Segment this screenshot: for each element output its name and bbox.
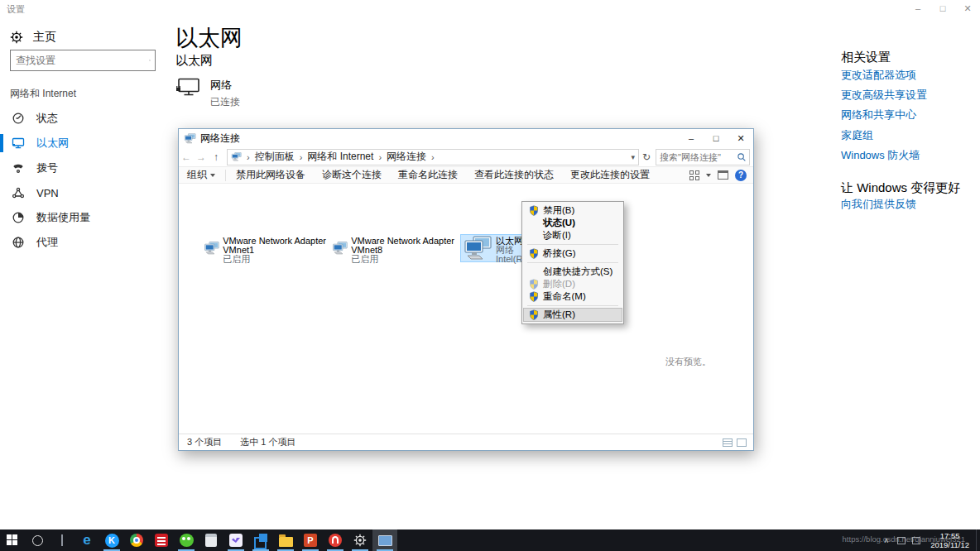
up-icon[interactable]: ↑ [209,151,223,163]
menu-label: 属性(R) [543,309,575,321]
taskbar-settings[interactable] [348,529,372,551]
nav-label: VPN [36,187,59,199]
back-icon[interactable]: ← [179,151,194,163]
crumb-separator: › [431,152,435,162]
link-change-adapter-options[interactable]: 更改适配器选项 [841,68,916,83]
change-settings-button[interactable]: 更改此连接的设置 [562,168,658,182]
taskbar-active-window[interactable] [372,529,397,551]
taskbar-edge[interactable]: e [74,529,99,551]
adapter-tile-vmnet1[interactable]: VMware Network Adapter VMnet1 已启用 [202,235,328,263]
show-desktop-button[interactable] [976,529,980,551]
clock-time: 17:55 [930,531,969,540]
refresh-icon[interactable]: ↻ [639,151,654,163]
breadcrumb-network-connections[interactable]: 网络连接 [387,150,426,164]
address-dropdown-icon[interactable]: ▾ [631,153,638,161]
taskbar-file-explorer[interactable] [273,529,298,551]
dialup-icon [12,161,25,175]
hidden-icons-chevron[interactable]: ∧ [879,536,895,544]
sidebar-item-proxy[interactable]: 代理 [0,230,166,255]
start-button[interactable] [0,529,25,551]
tray-icon[interactable] [912,537,920,544]
explorer-search-box[interactable] [656,149,750,165]
diagnose-connection-button[interactable]: 诊断这个连接 [314,168,390,182]
page-title: 以太网 [175,23,243,53]
taskbar-clock[interactable]: 17:55 2019/11/12 [924,531,976,549]
minimize-button[interactable]: – [906,0,930,17]
address-box[interactable]: › 控制面板 › 网络和 Internet › 网络连接 › ▾ [227,149,639,165]
no-preview-text: 没有预览。 [665,356,711,368]
network-adapter-icon [204,236,219,261]
taskbar-red-spiral-app[interactable] [323,529,348,551]
tray-icon[interactable] [897,537,906,544]
settings-search-input[interactable] [11,55,149,66]
breadcrumb-network-internet[interactable]: 网络和 Internet [307,150,373,164]
view-status-button[interactable]: 查看此连接的状态 [466,168,562,182]
breadcrumb-control-panel[interactable]: 控制面板 [255,150,295,164]
chevron-down-icon [210,174,215,177]
large-icons-view-icon[interactable] [737,438,747,447]
taskbar-red-app[interactable] [149,529,174,551]
ethernet-icon [12,137,25,150]
sidebar-section-label: 网络和 Internet [10,87,76,101]
rename-connection-button[interactable]: 重命名此连接 [390,168,466,182]
network-status: 已连接 [210,95,240,109]
sidebar-item-status[interactable]: 状态 [0,106,166,131]
menu-label: 删除(D) [543,278,575,290]
link-windows-firewall[interactable]: Windows 防火墙 [841,148,920,163]
sidebar-item-dialup[interactable]: 拨号 [0,156,166,180]
nav-label: 以太网 [36,136,69,151]
explorer-minimize-button[interactable]: – [679,129,704,147]
link-send-feedback[interactable]: 向我们提供反馈 [841,197,916,212]
powerpoint-icon: P [304,534,317,547]
view-options-icon[interactable] [689,170,699,180]
connected-network-summary: 网络 已连接 [175,78,240,109]
help-icon[interactable]: ? [735,170,747,181]
menu-item-status[interactable]: 状态(U) [524,217,622,229]
menu-item-disable[interactable]: 禁用(B) [524,204,622,217]
sidebar-item-ethernet[interactable]: 以太网 [0,131,166,156]
menu-item-properties[interactable]: 属性(R) [524,309,622,321]
explorer-close-button[interactable]: ✕ [728,129,753,147]
close-button[interactable]: ✕ [955,0,980,17]
forward-icon[interactable]: → [194,151,209,163]
uac-shield-icon [529,291,539,302]
details-view-icon[interactable] [723,438,733,447]
link-network-sharing-center[interactable]: 网络和共享中心 [841,108,916,122]
taskbar-purple-app[interactable] [223,529,248,551]
crumb-separator: › [300,152,303,162]
sidebar-item-vpn[interactable]: VPN [0,180,166,205]
taskbar-calculator[interactable] [199,529,223,551]
settings-search-box[interactable] [10,50,156,71]
menu-item-rename[interactable]: 重命名(M) [524,290,622,303]
taskbar-wechat[interactable] [174,529,199,551]
link-change-sharing-options[interactable]: 更改高级共享设置 [841,88,927,103]
taskbar-powerpoint[interactable]: P [298,529,323,551]
taskbar-divider [50,529,74,551]
explorer-search-input[interactable] [656,152,731,162]
menu-item-bridge[interactable]: 桥接(G) [524,247,622,260]
taskbar-chrome[interactable] [124,529,149,551]
explorer-maximize-button[interactable]: □ [704,129,728,147]
cortana-button[interactable] [25,529,50,551]
explorer-titlebar[interactable]: 网络连接 – □ ✕ [179,129,753,147]
explorer-content[interactable]: VMware Network Adapter VMnet1 已启用 VMware… [179,184,753,434]
chevron-down-icon[interactable] [706,174,711,177]
taskbar-kugou[interactable]: K [99,529,124,551]
disable-device-button[interactable]: 禁用此网络设备 [228,168,314,182]
taskbar-vm-app[interactable] [248,529,273,551]
menu-item-diagnose[interactable]: 诊断(I) [524,229,622,242]
sidebar-item-data-usage[interactable]: 数据使用量 [0,205,166,230]
organize-button[interactable]: 组织 [179,168,223,182]
search-icon[interactable] [149,55,151,66]
uac-shield-icon [529,309,539,320]
sidebar-item-home[interactable]: 主页 [10,30,56,45]
maximize-button[interactable]: □ [930,0,955,17]
status-icon [12,112,25,125]
preview-pane-icon[interactable] [718,170,728,180]
menu-item-create-shortcut[interactable]: 创建快捷方式(S) [524,266,622,278]
menu-label: 禁用(B) [543,204,574,217]
adapter-tile-vmnet8[interactable]: VMware Network Adapter VMnet8 已启用 [330,235,456,263]
network-adapter-icon [463,236,492,261]
link-homegroup[interactable]: 家庭组 [841,128,873,143]
menu-item-delete: 删除(D) [524,278,622,290]
